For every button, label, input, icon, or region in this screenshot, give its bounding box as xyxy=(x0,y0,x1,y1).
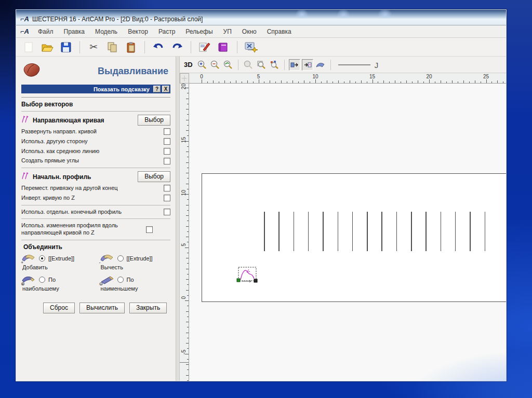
menu-vector[interactable]: Вектор xyxy=(123,26,153,37)
selected-profile-vector[interactable] xyxy=(236,266,259,284)
combine-option-merge-low[interactable]: ⊖ По наименьшему xyxy=(100,274,171,294)
zoom-objects-icon[interactable] xyxy=(269,59,280,71)
reset-button[interactable]: Сброс xyxy=(43,303,75,313)
slider-track[interactable] xyxy=(338,64,370,65)
merge-high-caption: наибольшему xyxy=(22,285,92,292)
ruler-origin-box[interactable] xyxy=(180,73,189,84)
start-profile-select-button[interactable]: Выбор xyxy=(138,171,170,182)
invert-curve-z-checkbox[interactable] xyxy=(164,195,170,201)
zoom-out-icon[interactable] xyxy=(209,59,221,71)
menu-reliefs[interactable]: Рельефы xyxy=(181,26,217,37)
checkbox-label: Использ. другую сторону xyxy=(21,138,164,145)
relief-view-icon[interactable] xyxy=(315,59,326,71)
combine-option-merge-high[interactable]: ⊕ По наибольшему xyxy=(21,274,92,294)
switch-3d-view-button[interactable]: 3D xyxy=(184,61,193,68)
use-as-centerline-checkbox[interactable] xyxy=(164,148,170,155)
toolbar-separator xyxy=(284,60,285,70)
checkbox-label: Инверт. кривую по Z xyxy=(21,195,164,202)
horizontal-ruler: 0510152025 xyxy=(189,73,506,84)
zoom-fit-icon[interactable] xyxy=(256,59,267,71)
undo-icon[interactable] xyxy=(151,40,166,54)
redo-icon[interactable] xyxy=(170,40,184,54)
add-caption: Добавить xyxy=(22,264,92,270)
vectors-heading: Выбор векторов xyxy=(21,101,170,108)
toolbar-separator xyxy=(238,60,238,70)
menu-toolpaths[interactable]: УП xyxy=(219,26,236,37)
view-toolbar: 3D xyxy=(180,57,506,73)
guide-curve-select-button[interactable]: Выбор xyxy=(138,115,170,126)
panel-title: Выдавливание xyxy=(42,66,170,77)
menu-edit[interactable]: Правка xyxy=(59,26,90,37)
use-z-modulation-checkbox[interactable] xyxy=(146,226,153,233)
vector-curve-icon xyxy=(21,115,30,125)
show-hint-label[interactable]: Показать подсказку xyxy=(94,86,150,92)
window-controls-blur xyxy=(286,10,421,18)
drawing-canvas[interactable] xyxy=(189,84,506,381)
merge-low-icon: ⊖ xyxy=(100,275,114,285)
hint-bar: Показать подсказку ? X xyxy=(21,85,170,93)
checkbox-label: Использ. отдельн. конечный профиль xyxy=(21,209,164,216)
combine-heading: Объединить xyxy=(23,243,170,251)
bitmap-visibility-toggle[interactable] xyxy=(289,59,300,71)
divider xyxy=(21,111,170,112)
combine-option-add[interactable]: + [[Extrude]] Добавить xyxy=(21,253,92,273)
menu-window[interactable]: Окно xyxy=(237,26,261,37)
artcam-window: ⌐A ШЕСТЕРНЯ 16 - ArtCAM Pro - [2D Вид:0 … xyxy=(16,9,507,381)
add-radio[interactable] xyxy=(39,255,45,262)
start-profile-heading: Начальн. профиль xyxy=(33,173,135,181)
zoom-selected-icon[interactable] xyxy=(243,59,254,71)
menu-help[interactable]: Справка xyxy=(262,26,296,37)
document-icon: ⌐A xyxy=(20,28,29,35)
extrude-add-icon: + xyxy=(21,253,36,264)
desktop-background: ⌐A ШЕСТЕРНЯ 16 - ArtCAM Pro - [2D Вид:0 … xyxy=(0,0,532,398)
extrude-tool-icon xyxy=(21,61,42,81)
checkbox-label: Перемест. привязку на другой конец xyxy=(21,185,164,192)
checkbox-label: Использ. как среднюю линию xyxy=(21,148,164,155)
vector-visibility-toggle[interactable] xyxy=(302,59,313,71)
use-other-side-checkbox[interactable] xyxy=(164,138,170,145)
divider xyxy=(21,218,170,219)
paste-icon[interactable] xyxy=(124,40,138,54)
use-end-profile-checkbox[interactable] xyxy=(164,209,170,215)
assistant-panel: Выдавливание Показать подсказку ? X Выбо… xyxy=(16,57,176,381)
menu-bitmap[interactable]: Растр xyxy=(154,26,180,37)
menu-file[interactable]: Файл xyxy=(33,26,58,37)
reverse-guide-checkbox[interactable] xyxy=(164,128,170,135)
open-icon[interactable] xyxy=(40,40,55,54)
save-icon[interactable] xyxy=(59,40,73,54)
divider xyxy=(21,168,170,168)
calculate-button[interactable]: Вычислить xyxy=(79,303,125,313)
checkbox-label: Использ. изменения профиля вдоль направл… xyxy=(21,222,146,237)
zoom-previous-icon[interactable] xyxy=(222,59,234,71)
merge-high-radio[interactable] xyxy=(39,277,45,283)
merge-low-radio[interactable] xyxy=(117,277,124,283)
slider-handle[interactable]: J xyxy=(375,61,379,70)
bitmap-contrast-slider[interactable]: J xyxy=(338,60,379,69)
close-button[interactable]: Закрыть xyxy=(129,303,167,313)
divider xyxy=(21,97,170,98)
close-panel-button[interactable]: X xyxy=(162,86,169,92)
toolbar-separator xyxy=(191,41,191,53)
zoom-in-icon[interactable] xyxy=(196,59,208,71)
merge-high-icon: ⊕ xyxy=(21,275,36,285)
cut-icon[interactable]: ✂ xyxy=(86,40,101,54)
square-corners-checkbox[interactable] xyxy=(164,158,170,164)
new-model-icon[interactable] xyxy=(21,40,36,54)
reference-help-icon[interactable] xyxy=(216,40,231,54)
subtract-radio[interactable] xyxy=(117,255,124,262)
checkbox-label: Создать прямые углы xyxy=(21,157,164,164)
move-anchor-checkbox[interactable] xyxy=(164,185,170,191)
vertical-ruler: 20151050-5 xyxy=(180,84,189,381)
toolbar-separator xyxy=(79,41,80,53)
artcam-wizard-icon[interactable] xyxy=(244,40,258,54)
menu-model[interactable]: Модель xyxy=(90,26,122,37)
panel-splitter[interactable] xyxy=(176,57,180,381)
edit-model-icon[interactable] xyxy=(197,40,212,54)
menu-bar: ⌐A Файл Правка Модель Вектор Растр Релье… xyxy=(16,25,506,38)
copy-icon[interactable] xyxy=(105,40,119,54)
title-bar[interactable]: ⌐A ШЕСТЕРНЯ 16 - ArtCAM Pro - [2D Вид:0 … xyxy=(16,10,506,25)
extrude-subtract-icon: - xyxy=(100,253,114,264)
subtract-caption: Вычесть xyxy=(101,264,171,270)
help-button[interactable]: ? xyxy=(153,86,161,92)
combine-option-subtract[interactable]: - [[Extrude]] Вычесть xyxy=(100,253,171,273)
